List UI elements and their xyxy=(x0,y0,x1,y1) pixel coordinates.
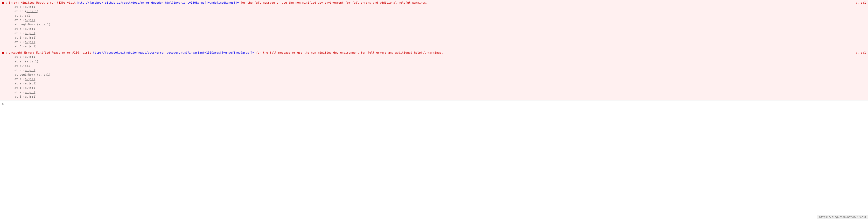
stack-line-2-7: at a (a.js:1) xyxy=(6,81,866,86)
stack-line-1-8: at i (a.js:1) xyxy=(6,35,866,40)
error-block-1: ● ► Error: Minified React error #130; vi… xyxy=(0,0,868,50)
stack-line-1-4: at a (a.js:1) xyxy=(6,18,866,22)
stack-line-2-1: at d (a.js:1) xyxy=(6,54,866,59)
console-container: ● ► Error: Minified React error #130; vi… xyxy=(0,0,868,219)
stack-line-2-9: at k (a.js:1) xyxy=(6,90,866,95)
stack-link-2-5[interactable]: a.js:1 xyxy=(39,73,49,76)
error-file-link-1[interactable]: a.js:1 xyxy=(856,1,866,4)
stack-link-2-2[interactable]: a.js:1 xyxy=(26,60,37,63)
stack-line-1-3: at a.js:1 xyxy=(6,13,866,18)
error-icon-1[interactable]: ● ► xyxy=(2,1,8,5)
stack-link-2-1[interactable]: a.js:1 xyxy=(25,55,35,59)
status-bar: https://blog.csdn.net/m/277288 xyxy=(817,215,868,219)
error-file-link-2[interactable]: a.js:1 xyxy=(856,51,866,54)
error-url-1[interactable]: http://facebook.github.io/react/docs/err… xyxy=(78,1,239,4)
error-main-text-2: Uncaught Error: Minified React error #13… xyxy=(9,51,854,54)
stack-container-1: at d (a.js:1) at er (a.js:1) at a.js:1 a… xyxy=(2,5,866,49)
stack-line-1-9: at k (a.js:1) xyxy=(6,40,866,44)
stack-line-2-3: at a.js:1 xyxy=(6,64,866,68)
error-url-2[interactable]: http://facebook.github.io/react/docs/err… xyxy=(93,51,254,54)
error-header-row-1: ● ► Error: Minified React error #130; vi… xyxy=(2,1,866,5)
stack-link-2-9[interactable]: a.js:1 xyxy=(25,90,35,94)
stack-link-1-1[interactable]: a.js:1 xyxy=(25,5,35,8)
stack-link-2-7[interactable]: a.js:1 xyxy=(25,82,35,85)
stack-link-1-2[interactable]: a.js:1 xyxy=(26,9,37,13)
stack-line-1-6: at r (a.js:1) xyxy=(6,27,866,31)
stack-line-2-8: at i (a.js:1) xyxy=(6,86,866,90)
stack-link-2-3[interactable]: a.js:1 xyxy=(20,64,30,68)
stack-link-1-8[interactable]: a.js:1 xyxy=(25,36,35,39)
stack-link-2-4[interactable]: a.js:1 xyxy=(25,69,35,72)
stack-link-2-10[interactable]: a.js:1 xyxy=(25,95,35,98)
console-input-line: > xyxy=(0,100,868,107)
stack-line-2-5: at beginWork (a.js:1) xyxy=(6,72,866,77)
stack-line-1-1: at d (a.js:1) xyxy=(6,5,866,9)
error-main-text-1: Error: Minified React error #130; visit … xyxy=(9,1,854,4)
stack-line-2-4: at a (a.js:1) xyxy=(6,68,866,72)
stack-container-2: at d (a.js:1) at er (a.js:1) at a.js:1 a… xyxy=(2,54,866,99)
stack-line-2-10: at E (a.js:1) xyxy=(6,95,866,99)
stack-link-1-3[interactable]: a.js:1 xyxy=(20,14,30,17)
error-header-row-2: ● ► Uncaught Error: Minified React error… xyxy=(2,51,866,54)
stack-line-2-6: at r (a.js:1) xyxy=(6,77,866,81)
console-prompt: > xyxy=(2,102,4,106)
console-input[interactable] xyxy=(6,102,866,106)
stack-line-1-5: at beginWork (a.js:1) xyxy=(6,22,866,27)
stack-line-1-7: at a (a.js:1) xyxy=(6,31,866,35)
stack-line-1-2: at er (a.js:1) xyxy=(6,9,866,13)
stack-link-1-5[interactable]: a.js:1 xyxy=(39,23,49,26)
stack-link-1-4[interactable]: a.js:1 xyxy=(25,19,35,22)
error-icon-2[interactable]: ● ► xyxy=(2,51,8,54)
stack-link-1-6[interactable]: a.js:1 xyxy=(25,27,35,31)
stack-link-1-7[interactable]: a.js:1 xyxy=(25,32,35,35)
stack-line-2-2: at er (a.js:1) xyxy=(6,59,866,64)
stack-link-1-9[interactable]: a.js:1 xyxy=(25,40,35,44)
stack-link-2-8[interactable]: a.js:1 xyxy=(25,86,35,89)
stack-link-1-10[interactable]: a.js:1 xyxy=(25,45,35,48)
error-block-2: ● ► Uncaught Error: Minified React error… xyxy=(0,50,868,100)
stack-link-2-6[interactable]: a.js:1 xyxy=(25,77,35,81)
stack-line-1-10: at E (a.js:1) xyxy=(6,44,866,49)
